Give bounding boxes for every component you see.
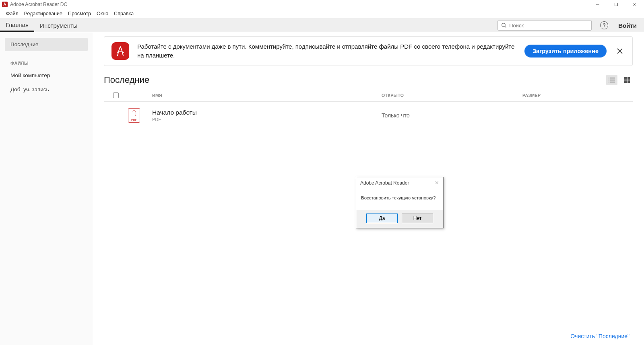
- dialog-buttons: Да Нет: [356, 210, 443, 228]
- dialog-close-button[interactable]: ✕: [435, 180, 439, 186]
- download-app-button[interactable]: Загрузить приложение: [524, 45, 607, 58]
- sidebar: Последние ФАЙЛЫ Мой компьютер Доб. уч. з…: [0, 32, 93, 345]
- dialog-yes-button[interactable]: Да: [366, 214, 398, 223]
- help-icon: ?: [600, 21, 608, 29]
- app-title: Adobe Acrobat Reader DC: [10, 2, 67, 7]
- menu-edit[interactable]: Редактирование: [21, 11, 65, 16]
- dialog-titlebar: Adobe Acrobat Reader ✕: [356, 177, 443, 188]
- pdf-file-icon: PDF: [128, 108, 140, 123]
- table-header: ИМЯ ОТКРЫТО РАЗМЕР: [104, 89, 633, 102]
- dialog-title-text: Adobe Acrobat Reader: [360, 180, 409, 186]
- grid-view-button[interactable]: [621, 75, 633, 85]
- dialog-no-button[interactable]: Нет: [402, 214, 433, 223]
- toolbar: Главная Инструменты ? Войти: [0, 18, 644, 32]
- section-title: Последние: [104, 75, 149, 85]
- file-opened: Только что: [382, 112, 522, 119]
- dialog-message: Восстановить текущую установку?: [356, 188, 443, 210]
- select-all-checkbox[interactable]: [113, 92, 119, 98]
- list-view-button[interactable]: [606, 75, 617, 85]
- menu-view[interactable]: Просмотр: [65, 11, 94, 16]
- list-icon: [608, 77, 615, 83]
- column-name[interactable]: ИМЯ: [152, 93, 382, 98]
- search-icon: [501, 23, 507, 28]
- search-input[interactable]: [509, 23, 588, 29]
- svg-rect-15: [627, 77, 630, 80]
- app-icon: [2, 2, 8, 7]
- tab-home[interactable]: Главная: [0, 19, 34, 32]
- grid-icon: [624, 77, 630, 83]
- svg-rect-1: [615, 3, 618, 6]
- promo-banner: Работайте с документами даже в пути. Ком…: [104, 36, 633, 66]
- menubar: Файл Редактирование Просмотр Окно Справк…: [0, 9, 644, 18]
- file-size: —: [522, 112, 633, 119]
- tab-tools[interactable]: Инструменты: [34, 19, 83, 32]
- clear-recent-link[interactable]: Очистить "Последние": [570, 333, 630, 339]
- svg-rect-14: [624, 77, 627, 80]
- sidebar-item-recent[interactable]: Последние: [5, 38, 88, 51]
- signin-button[interactable]: Войти: [611, 19, 644, 32]
- promo-close-button[interactable]: [615, 46, 625, 56]
- minimize-button[interactable]: [588, 0, 607, 9]
- repair-dialog: Adobe Acrobat Reader ✕ Восстановить теку…: [356, 177, 444, 228]
- file-type: PDF: [152, 117, 382, 122]
- column-opened[interactable]: ОТКРЫТО: [382, 93, 522, 98]
- help-button[interactable]: ?: [597, 19, 611, 32]
- svg-rect-17: [627, 80, 630, 83]
- svg-point-4: [502, 23, 505, 27]
- menu-window[interactable]: Окно: [94, 11, 111, 16]
- search-box[interactable]: [497, 20, 592, 31]
- acrobat-logo-icon: [111, 42, 129, 60]
- section-header: Последние: [104, 75, 633, 85]
- svg-line-5: [505, 26, 506, 27]
- body: Последние ФАЙЛЫ Мой компьютер Доб. уч. з…: [0, 32, 644, 345]
- svg-rect-16: [624, 80, 627, 83]
- maximize-button[interactable]: [607, 0, 625, 9]
- menu-help[interactable]: Справка: [111, 11, 136, 16]
- window-controls: [588, 0, 644, 9]
- sidebar-section-files: ФАЙЛЫ: [5, 52, 88, 69]
- column-size[interactable]: РАЗМЕР: [522, 93, 633, 98]
- file-name: Начало работы: [152, 109, 382, 116]
- view-toggle: [606, 75, 633, 85]
- menu-file[interactable]: Файл: [3, 11, 21, 16]
- main-content: Работайте с документами даже в пути. Ком…: [93, 32, 644, 345]
- recent-files-table: ИМЯ ОТКРЫТО РАЗМЕР PDF Начало работы PDF…: [104, 89, 633, 129]
- sidebar-item-addaccount[interactable]: Доб. уч. запись: [5, 83, 88, 96]
- sidebar-item-mycomputer[interactable]: Мой компьютер: [5, 69, 88, 82]
- titlebar: Adobe Acrobat Reader DC: [0, 0, 644, 9]
- close-button[interactable]: [625, 0, 644, 9]
- promo-text: Работайте с документами даже в пути. Ком…: [137, 42, 516, 60]
- table-row[interactable]: PDF Начало работы PDF Только что —: [104, 102, 633, 129]
